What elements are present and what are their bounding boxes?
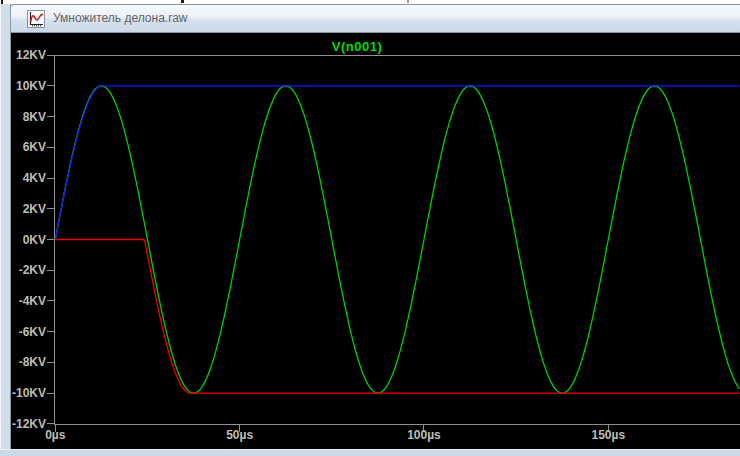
y-tick-label[interactable]: -4KV	[0, 293, 46, 309]
x-tick-label[interactable]: 50µs	[208, 427, 272, 443]
y-tick-label[interactable]: -6KV	[0, 324, 46, 340]
trace-legend-label[interactable]: V(n001)	[0, 39, 714, 54]
y-tick-label[interactable]: 8KV	[0, 109, 46, 125]
y-tick-label[interactable]: -10KV	[0, 385, 46, 401]
x-tick-label[interactable]: 150µs	[576, 427, 640, 443]
y-tick-label[interactable]: 10KV	[0, 78, 46, 94]
trace-green[interactable]	[55, 86, 739, 393]
y-tick-label[interactable]: 6KV	[0, 139, 46, 155]
x-tick-label[interactable]: 0µs	[23, 427, 87, 443]
waveform-plot-canvas[interactable]	[0, 0, 740, 456]
x-tick-label[interactable]: 100µs	[392, 427, 456, 443]
y-tick-label[interactable]: -8KV	[0, 354, 46, 370]
y-tick-label[interactable]: -2KV	[0, 262, 46, 278]
trace-blue[interactable]	[55, 86, 739, 240]
trace-red[interactable]	[55, 240, 739, 394]
y-tick-label[interactable]: 0KV	[0, 232, 46, 248]
y-tick-label[interactable]: 12KV	[0, 47, 46, 63]
y-tick-label[interactable]: 2KV	[0, 201, 46, 217]
y-tick-label[interactable]: 4KV	[0, 170, 46, 186]
ltspice-waveform-window: Умножитель делона.raw V(n001) 12KV10KV8K…	[0, 0, 740, 456]
